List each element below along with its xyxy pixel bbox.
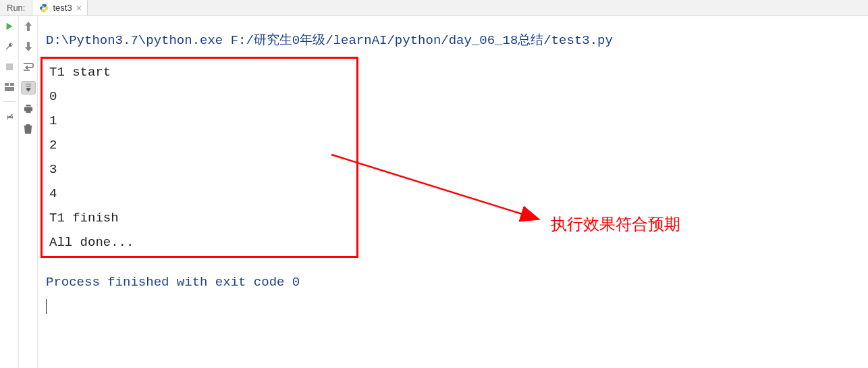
arrow-down-icon[interactable] [22, 41, 34, 53]
tab-label: test3 [53, 3, 72, 13]
python-file-icon [39, 3, 49, 13]
output-line: 4 [49, 182, 134, 206]
console-output[interactable]: D:\Python3.7\python.exe F:/研究生0年级/learnA… [38, 16, 868, 368]
output-line: 0 [49, 84, 134, 109]
annotation-arrow [328, 151, 551, 232]
trash-icon[interactable] [22, 123, 34, 135]
console-toolbar [19, 16, 38, 368]
tab-test3[interactable]: test3 × [32, 0, 87, 16]
run-tab-bar: Run: test3 × [0, 0, 868, 16]
svg-rect-1 [6, 63, 13, 70]
svg-line-6 [331, 155, 537, 219]
output-line: All done... [49, 230, 134, 255]
stop-icon[interactable] [3, 61, 16, 73]
process-exit-line: Process finished with exit code 0 [46, 270, 868, 294]
arrow-up-icon[interactable] [22, 20, 34, 32]
command-line: D:\Python3.7\python.exe F:/研究生0年级/learnA… [46, 28, 868, 53]
separator [3, 101, 16, 102]
text-caret [46, 299, 47, 314]
left-toolbar [0, 16, 19, 368]
svg-rect-2 [5, 83, 9, 86]
cursor-line [46, 294, 868, 319]
main-area: D:\Python3.7\python.exe F:/研究生0年级/learnA… [0, 16, 868, 368]
output-line: 1 [49, 109, 134, 133]
print-icon[interactable] [22, 103, 34, 115]
pin-icon[interactable] [3, 110, 16, 122]
output-line: T1 finish [49, 206, 134, 230]
run-label: Run: [0, 0, 32, 16]
output-highlight-box: T1 start 0 1 2 3 4 T1 finish All done... [40, 57, 358, 258]
layout-icon[interactable] [3, 81, 16, 93]
scroll-to-end-button[interactable] [21, 81, 36, 95]
svg-rect-4 [5, 87, 14, 91]
output-line: 3 [49, 157, 134, 182]
wrench-icon[interactable] [3, 41, 16, 53]
soft-wrap-icon[interactable] [22, 61, 34, 73]
output-line: 2 [49, 133, 134, 157]
output-line: T1 start [49, 60, 134, 84]
close-icon[interactable]: × [76, 3, 82, 13]
svg-marker-0 [6, 23, 12, 30]
play-icon[interactable] [3, 20, 16, 32]
svg-rect-3 [10, 83, 14, 86]
annotation-text: 执行效果符合预期 [551, 212, 680, 236]
